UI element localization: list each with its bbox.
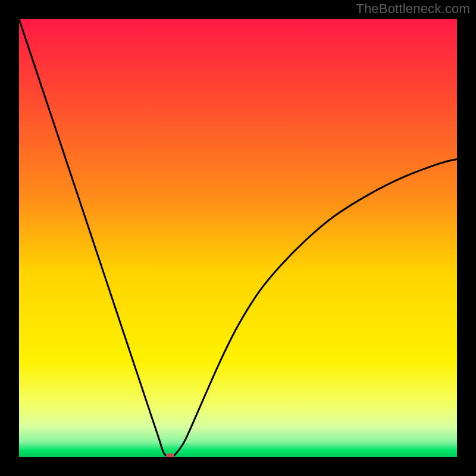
chart-svg bbox=[19, 19, 457, 457]
chart-plot-area bbox=[19, 19, 457, 457]
gradient-background bbox=[19, 19, 457, 457]
watermark-text: TheBottleneck.com bbox=[356, 1, 470, 17]
chart-frame: TheBottleneck.com bbox=[0, 0, 476, 476]
